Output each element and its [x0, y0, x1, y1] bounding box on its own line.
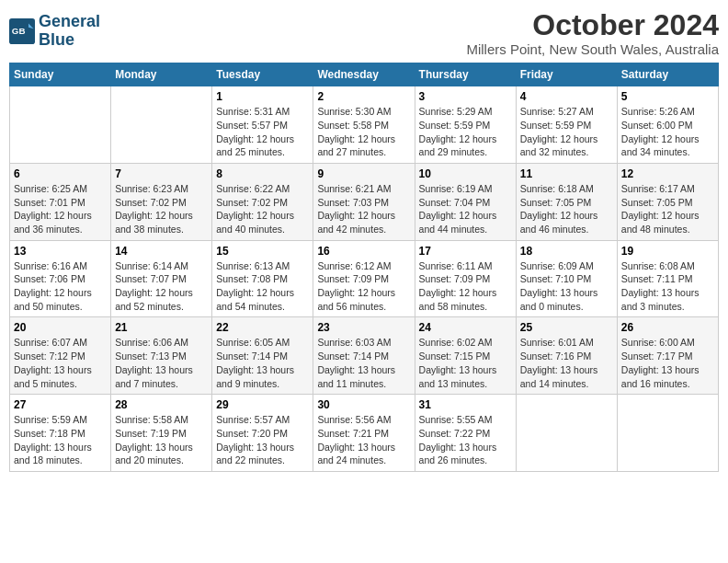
header-monday: Monday [111, 63, 212, 86]
day-number: 7 [115, 167, 208, 180]
table-row [10, 86, 111, 164]
day-number: 15 [216, 245, 309, 258]
header-thursday: Thursday [415, 63, 516, 86]
sunrise-text: Sunrise: 5:57 AM [216, 413, 309, 427]
daylight-text: Daylight: 12 hours and 36 minutes. [14, 209, 107, 236]
day-number: 11 [520, 167, 613, 180]
table-row: 29 Sunrise: 5:57 AM Sunset: 7:20 PM Dayl… [212, 395, 313, 472]
day-number: 10 [419, 167, 512, 180]
sunset-text: Sunset: 7:03 PM [317, 196, 410, 210]
table-row: 13 Sunrise: 6:16 AM Sunset: 7:06 PM Dayl… [10, 240, 111, 317]
header-friday: Friday [516, 63, 617, 86]
sunrise-text: Sunrise: 6:22 AM [216, 182, 309, 196]
day-number: 5 [621, 90, 714, 103]
header-saturday: Saturday [617, 63, 718, 86]
sunrise-text: Sunrise: 6:06 AM [115, 336, 208, 350]
header-tuesday: Tuesday [212, 63, 313, 86]
table-row: 9 Sunrise: 6:21 AM Sunset: 7:03 PM Dayli… [313, 163, 415, 240]
day-number: 29 [216, 398, 309, 411]
daylight-text: Daylight: 12 hours and 38 minutes. [115, 209, 208, 236]
calendar-header-row: Sunday Monday Tuesday Wednesday Thursday… [10, 63, 719, 86]
sunset-text: Sunset: 5:59 PM [520, 119, 613, 132]
daylight-text: Daylight: 12 hours and 50 minutes. [14, 286, 107, 313]
daylight-text: Daylight: 13 hours and 0 minutes. [520, 286, 613, 313]
sunset-text: Sunset: 7:18 PM [14, 427, 107, 441]
sunrise-text: Sunrise: 5:31 AM [216, 105, 309, 119]
sunrise-text: Sunrise: 6:05 AM [216, 336, 309, 350]
calendar-week-row: 1 Sunrise: 5:31 AM Sunset: 5:57 PM Dayli… [10, 86, 719, 164]
sunset-text: Sunset: 7:02 PM [216, 196, 309, 210]
sunset-text: Sunset: 7:14 PM [317, 350, 410, 363]
day-number: 27 [14, 398, 107, 411]
daylight-text: Daylight: 12 hours and 34 minutes. [621, 132, 714, 159]
sunrise-text: Sunrise: 6:23 AM [115, 182, 208, 196]
table-row: 18 Sunrise: 6:09 AM Sunset: 7:10 PM Dayl… [516, 240, 617, 317]
page-header: GB General Blue October 2024 Millers Poi… [9, 9, 719, 57]
day-number: 19 [621, 245, 714, 258]
table-row: 25 Sunrise: 6:01 AM Sunset: 7:16 PM Dayl… [516, 317, 617, 395]
sunset-text: Sunset: 7:01 PM [14, 196, 107, 210]
table-row: 15 Sunrise: 6:13 AM Sunset: 7:08 PM Dayl… [212, 240, 313, 317]
sunset-text: Sunset: 7:06 PM [14, 272, 107, 286]
daylight-text: Daylight: 13 hours and 3 minutes. [621, 286, 714, 313]
table-row: 21 Sunrise: 6:06 AM Sunset: 7:13 PM Dayl… [111, 317, 212, 395]
sunrise-text: Sunrise: 6:14 AM [115, 259, 208, 273]
daylight-text: Daylight: 13 hours and 11 minutes. [317, 363, 410, 390]
sunset-text: Sunset: 7:10 PM [520, 272, 613, 286]
day-number: 20 [14, 321, 107, 334]
sunset-text: Sunset: 7:12 PM [14, 350, 107, 363]
svg-text:GB: GB [12, 26, 26, 36]
table-row: 16 Sunrise: 6:12 AM Sunset: 7:09 PM Dayl… [313, 240, 415, 317]
sunrise-text: Sunrise: 6:11 AM [419, 259, 512, 273]
day-number: 8 [216, 167, 309, 180]
calendar-week-row: 27 Sunrise: 5:59 AM Sunset: 7:18 PM Dayl… [10, 395, 719, 472]
calendar-week-row: 13 Sunrise: 6:16 AM Sunset: 7:06 PM Dayl… [10, 240, 719, 317]
sunset-text: Sunset: 7:21 PM [317, 427, 410, 441]
table-row: 12 Sunrise: 6:17 AM Sunset: 7:05 PM Dayl… [617, 163, 718, 240]
table-row: 2 Sunrise: 5:30 AM Sunset: 5:58 PM Dayli… [313, 86, 415, 164]
day-number: 18 [520, 245, 613, 258]
table-row: 14 Sunrise: 6:14 AM Sunset: 7:07 PM Dayl… [111, 240, 212, 317]
day-number: 2 [317, 90, 410, 103]
day-number: 3 [419, 90, 512, 103]
sunset-text: Sunset: 7:15 PM [419, 350, 512, 363]
logo-icon: GB [9, 18, 35, 44]
table-row: 19 Sunrise: 6:08 AM Sunset: 7:11 PM Dayl… [617, 240, 718, 317]
daylight-text: Daylight: 12 hours and 58 minutes. [419, 286, 512, 313]
sunset-text: Sunset: 7:04 PM [419, 196, 512, 210]
day-number: 16 [317, 245, 410, 258]
daylight-text: Daylight: 12 hours and 48 minutes. [621, 209, 714, 236]
day-number: 26 [621, 321, 714, 334]
sunset-text: Sunset: 6:00 PM [621, 119, 714, 132]
table-row [516, 395, 617, 472]
sunset-text: Sunset: 5:59 PM [419, 119, 512, 132]
sunset-text: Sunset: 7:19 PM [115, 427, 208, 441]
table-row: 8 Sunrise: 6:22 AM Sunset: 7:02 PM Dayli… [212, 163, 313, 240]
sunrise-text: Sunrise: 6:13 AM [216, 259, 309, 273]
day-number: 24 [419, 321, 512, 334]
sunrise-text: Sunrise: 6:09 AM [520, 259, 613, 273]
table-row [111, 86, 212, 164]
table-row: 27 Sunrise: 5:59 AM Sunset: 7:18 PM Dayl… [10, 395, 111, 472]
day-number: 9 [317, 167, 410, 180]
table-row: 22 Sunrise: 6:05 AM Sunset: 7:14 PM Dayl… [212, 317, 313, 395]
logo-line1: General [39, 12, 100, 30]
sunrise-text: Sunrise: 6:07 AM [14, 336, 107, 350]
table-row: 10 Sunrise: 6:19 AM Sunset: 7:04 PM Dayl… [415, 163, 516, 240]
daylight-text: Daylight: 13 hours and 13 minutes. [419, 363, 512, 390]
sunset-text: Sunset: 7:16 PM [520, 350, 613, 363]
table-row [617, 395, 718, 472]
table-row: 3 Sunrise: 5:29 AM Sunset: 5:59 PM Dayli… [415, 86, 516, 164]
table-row: 30 Sunrise: 5:56 AM Sunset: 7:21 PM Dayl… [313, 395, 415, 472]
sunrise-text: Sunrise: 5:29 AM [419, 105, 512, 119]
day-number: 30 [317, 398, 410, 411]
daylight-text: Daylight: 12 hours and 42 minutes. [317, 209, 410, 236]
table-row: 26 Sunrise: 6:00 AM Sunset: 7:17 PM Dayl… [617, 317, 718, 395]
table-row: 17 Sunrise: 6:11 AM Sunset: 7:09 PM Dayl… [415, 240, 516, 317]
table-row: 31 Sunrise: 5:55 AM Sunset: 7:22 PM Dayl… [415, 395, 516, 472]
table-row: 28 Sunrise: 5:58 AM Sunset: 7:19 PM Dayl… [111, 395, 212, 472]
sunrise-text: Sunrise: 6:18 AM [520, 182, 613, 196]
table-row: 11 Sunrise: 6:18 AM Sunset: 7:05 PM Dayl… [516, 163, 617, 240]
sunrise-text: Sunrise: 6:03 AM [317, 336, 410, 350]
sunset-text: Sunset: 7:17 PM [621, 350, 714, 363]
